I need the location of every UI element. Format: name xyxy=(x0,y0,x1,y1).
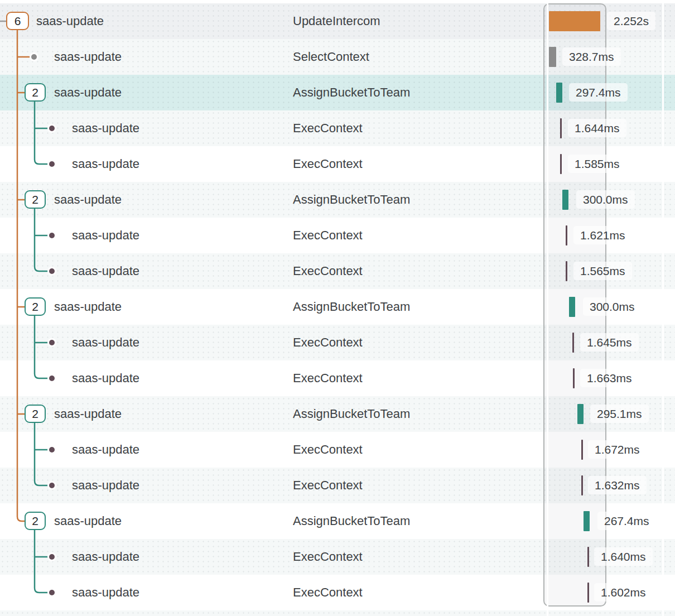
duration-label: 328.7ms xyxy=(562,47,621,66)
trace-waterfall: 6 saas-update UpdateIntercom 2.252s saas… xyxy=(0,0,675,616)
operation-name: AssignBucketToTeam xyxy=(293,396,410,432)
span-count-badge[interactable]: 2 xyxy=(25,512,46,530)
operation-name: ExecContext xyxy=(293,360,363,396)
duration-label: 300.0ms xyxy=(576,190,635,209)
trace-row[interactable]: saas-update SelectContext 328.7ms xyxy=(0,39,675,75)
span-count-badge[interactable]: 2 xyxy=(25,405,46,423)
duration-bar[interactable] xyxy=(577,404,584,424)
operation-name: ExecContext xyxy=(293,110,363,146)
trace-row[interactable]: saas-update ExecContext 1.621ms xyxy=(0,218,675,253)
duration-bar[interactable] xyxy=(549,11,600,31)
duration-bar[interactable] xyxy=(566,225,567,246)
trace-row[interactable]: saas-update ExecContext 1.565ms xyxy=(0,253,675,289)
span-bullet-icon xyxy=(49,554,55,560)
span-bullet-icon xyxy=(49,483,55,488)
span-count-badge[interactable]: 2 xyxy=(25,83,46,102)
duration-bar[interactable] xyxy=(587,547,589,567)
duration-bar[interactable] xyxy=(587,583,589,603)
operation-name: ExecContext xyxy=(293,146,363,182)
duration-label: 1.644ms xyxy=(568,119,626,137)
duration-label: 1.632ms xyxy=(588,476,647,494)
duration-label: 300.0ms xyxy=(583,297,642,316)
service-name: saas-update xyxy=(72,575,139,610)
row-background-partial xyxy=(0,610,675,616)
duration-label: 1.672ms xyxy=(588,440,647,459)
service-name: saas-update xyxy=(36,3,104,39)
service-name: saas-update xyxy=(72,539,139,575)
operation-name: AssignBucketToTeam xyxy=(293,75,410,110)
duration-label: 1.602ms xyxy=(594,583,653,601)
service-name: saas-update xyxy=(72,218,139,253)
service-name: saas-update xyxy=(54,396,122,432)
service-name: saas-update xyxy=(72,325,139,360)
duration-label: 1.663ms xyxy=(580,369,639,387)
duration-bar[interactable] xyxy=(581,475,583,495)
duration-bar[interactable] xyxy=(562,190,568,210)
service-name: saas-update xyxy=(54,75,122,110)
service-name: saas-update xyxy=(72,360,139,396)
service-name: saas-update xyxy=(54,289,122,325)
operation-name: ExecContext xyxy=(293,432,363,468)
service-name: saas-update xyxy=(54,503,122,539)
duration-label: 297.4ms xyxy=(569,83,628,102)
span-bullet-icon xyxy=(49,590,55,595)
span-bullet-icon xyxy=(49,161,55,167)
trace-row[interactable]: saas-update ExecContext 1.602ms xyxy=(0,575,675,610)
trace-row[interactable]: saas-update ExecContext 1.640ms xyxy=(0,539,675,575)
trace-row[interactable]: 2 saas-update AssignBucketToTeam 300.0ms xyxy=(0,289,675,325)
span-bullet-icon xyxy=(49,376,55,381)
trace-row[interactable]: saas-update ExecContext 1.663ms xyxy=(0,360,675,396)
span-count-badge[interactable]: 2 xyxy=(25,297,46,316)
service-name: saas-update xyxy=(72,110,139,146)
duration-bar[interactable] xyxy=(573,368,575,388)
span-bullet-icon xyxy=(49,233,55,238)
trace-row[interactable]: saas-update ExecContext 1.585ms xyxy=(0,146,675,182)
operation-name: ExecContext xyxy=(293,218,363,253)
duration-label: 1.565ms xyxy=(573,262,632,280)
span-bullet-icon xyxy=(31,54,37,60)
operation-name: AssignBucketToTeam xyxy=(293,503,410,539)
duration-bar[interactable] xyxy=(549,47,556,67)
trace-row[interactable]: 2 saas-update AssignBucketToTeam 295.1ms xyxy=(0,396,675,432)
span-bullet-icon xyxy=(49,447,55,453)
service-name: saas-update xyxy=(72,468,139,503)
operation-name: AssignBucketToTeam xyxy=(293,289,410,325)
trace-row[interactable]: 6 saas-update UpdateIntercom 2.252s xyxy=(0,3,675,39)
span-bullet-icon xyxy=(49,340,55,345)
trace-row-selected[interactable]: 2 saas-update AssignBucketToTeam 297.4ms xyxy=(0,75,675,110)
duration-bar[interactable] xyxy=(581,440,583,460)
duration-label: 2.252s xyxy=(607,12,655,30)
duration-label: 295.1ms xyxy=(590,405,649,423)
service-name: saas-update xyxy=(72,146,139,182)
service-name: saas-update xyxy=(54,182,122,218)
operation-name: UpdateIntercom xyxy=(293,3,380,39)
duration-bar[interactable] xyxy=(560,118,562,138)
trace-row[interactable]: saas-update ExecContext 1.644ms xyxy=(0,110,675,146)
operation-name: SelectContext xyxy=(293,39,369,75)
service-name: saas-update xyxy=(72,253,139,289)
operation-name: ExecContext xyxy=(293,539,363,575)
trace-row[interactable]: 2 saas-update AssignBucketToTeam 300.0ms xyxy=(0,182,675,218)
span-count-badge[interactable]: 2 xyxy=(25,190,46,209)
span-bullet-icon xyxy=(49,268,55,274)
duration-bar[interactable] xyxy=(569,297,575,317)
operation-name: AssignBucketToTeam xyxy=(293,182,410,218)
trace-row[interactable]: saas-update ExecContext 1.632ms xyxy=(0,468,675,503)
operation-name: ExecContext xyxy=(293,325,363,360)
duration-bar[interactable] xyxy=(584,511,590,531)
duration-bar[interactable] xyxy=(566,261,567,281)
trace-row[interactable]: saas-update ExecContext 1.645ms xyxy=(0,325,675,360)
duration-label: 267.4ms xyxy=(597,512,656,530)
trace-row[interactable]: 2 saas-update AssignBucketToTeam 267.4ms xyxy=(0,503,675,539)
span-count-badge[interactable]: 6 xyxy=(6,12,29,30)
duration-bar[interactable] xyxy=(572,333,574,353)
duration-bar[interactable] xyxy=(556,83,562,103)
span-bullet-icon xyxy=(49,126,55,131)
trace-row[interactable]: saas-update ExecContext 1.672ms xyxy=(0,432,675,468)
operation-name: ExecContext xyxy=(293,575,363,610)
duration-label: 1.645ms xyxy=(580,333,639,352)
service-name: saas-update xyxy=(54,39,122,75)
duration-label: 1.585ms xyxy=(568,155,626,173)
duration-bar[interactable] xyxy=(560,154,562,174)
service-name: saas-update xyxy=(72,432,139,468)
